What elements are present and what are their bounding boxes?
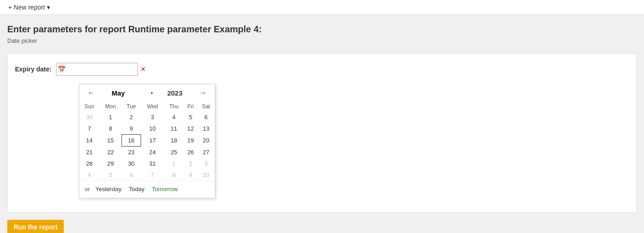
run-report-button[interactable]: Run the report <box>7 220 64 233</box>
day-of-week-header: Sat <box>198 101 215 111</box>
calendar-day-cell: 7 <box>141 169 164 181</box>
calendar-grid: SunMonTueWedThuFriSat 301234567891011121… <box>79 101 215 181</box>
calendar-day-cell: 5 <box>100 169 122 181</box>
calendar-day-cell: 4 <box>79 169 100 181</box>
calendar-day-cell: 6 <box>122 169 141 181</box>
calendar-icon-button[interactable]: 📅 <box>57 65 66 74</box>
calendar-day-cell[interactable]: 29 <box>100 158 122 169</box>
day-of-week-header: Fri <box>184 101 198 111</box>
calendar-day-cell[interactable]: 16 <box>122 135 141 147</box>
date-input-field[interactable] <box>56 63 138 76</box>
calendar-day-cell[interactable]: 2 <box>122 111 141 123</box>
calendar-day-cell[interactable]: 23 <box>122 147 141 158</box>
calendar-day-cell[interactable]: 11 <box>164 123 184 135</box>
calendar-week-row: 30123456 <box>79 111 215 123</box>
calendar-week-row: 14151617181920 <box>79 135 215 147</box>
calendar-day-cell: 2 <box>184 158 198 169</box>
calendar-day-cell[interactable]: 7 <box>79 123 100 135</box>
calendar-day-cell: 8 <box>164 169 184 181</box>
calendar-dropdown: ← January February March April May June … <box>79 84 215 198</box>
day-of-week-header: Tue <box>122 101 141 111</box>
calendar-day-cell[interactable]: 1 <box>100 111 122 123</box>
day-of-week-header: Wed <box>141 101 164 111</box>
calendar-dropdown-container: ← January February March April May June … <box>79 83 629 198</box>
calendar-body: 3012345678910111213141516171819202122232… <box>79 111 215 181</box>
calendar-day-cell: 9 <box>184 169 198 181</box>
calendar-week-row: 45678910 <box>79 169 215 181</box>
calendar-day-cell[interactable]: 15 <box>100 135 122 147</box>
day-of-week-header: Mon <box>100 101 122 111</box>
calendar-day-cell[interactable]: 18 <box>164 135 184 147</box>
calendar-day-cell[interactable]: 30 <box>122 158 141 169</box>
calendar-day-cell[interactable]: 3 <box>141 111 164 123</box>
days-of-week-row: SunMonTueWedThuFriSat <box>79 101 215 111</box>
calendar-day-cell[interactable]: 8 <box>100 123 122 135</box>
footer-or-text: or <box>85 186 90 192</box>
calendar-day-cell[interactable]: 17 <box>141 135 164 147</box>
input-section: Expiry date: 📅 × ← <box>15 63 629 198</box>
calendar-day-cell[interactable]: 9 <box>122 123 141 135</box>
calendar-day-cell: 3 <box>198 158 215 169</box>
page-title: Enter parameters for report Runtime para… <box>7 24 637 35</box>
calendar-day-cell[interactable]: 5 <box>184 111 198 123</box>
month-select[interactable]: January February March April May June Ju… <box>112 89 153 97</box>
calendar-day-cell[interactable]: 6 <box>198 111 215 123</box>
calendar-day-cell[interactable]: 10 <box>141 123 164 135</box>
next-month-button[interactable]: → <box>197 88 209 98</box>
calendar-day-cell: 1 <box>164 158 184 169</box>
calendar-day-cell[interactable]: 31 <box>141 158 164 169</box>
calendar-day-cell[interactable]: 19 <box>184 135 198 147</box>
calendar-day-cell[interactable]: 24 <box>141 147 164 158</box>
month-selector-wrapper: January February March April May June Ju… <box>112 89 153 97</box>
new-report-button[interactable]: + New report ▾ <box>5 2 53 13</box>
calendar-footer: or Yesterday Today Tomorrow <box>79 181 215 198</box>
clear-date-button[interactable]: × <box>140 65 147 73</box>
calendar-header: ← January February March April May June … <box>79 84 215 101</box>
calendar-day-cell[interactable]: 25 <box>164 147 184 158</box>
yesterday-button[interactable]: Yesterday <box>94 185 123 193</box>
new-report-dropdown-arrow: ▾ <box>47 4 50 11</box>
calendar-day-cell[interactable]: 4 <box>164 111 184 123</box>
tomorrow-button[interactable]: Tomorrow <box>150 185 180 193</box>
calendar-day-cell[interactable]: 28 <box>79 158 100 169</box>
calendar-day-cell: 30 <box>79 111 100 123</box>
new-report-label: + New report <box>8 4 45 11</box>
calendar-day-cell[interactable]: 13 <box>198 123 215 135</box>
calendar-week-row: 21222324252627 <box>79 147 215 158</box>
prev-month-button[interactable]: ← <box>85 88 97 98</box>
calendar-day-cell[interactable]: 22 <box>100 147 122 158</box>
calendar-icon: 📅 <box>58 66 66 73</box>
calendar-day-cell[interactable]: 12 <box>184 123 198 135</box>
top-bar: + New report ▾ <box>0 0 644 15</box>
calendar-day-cell[interactable]: 20 <box>198 135 215 147</box>
day-of-week-header: Thu <box>164 101 184 111</box>
calendar-week-row: 78910111213 <box>79 123 215 135</box>
calendar-day-cell: 10 <box>198 169 215 181</box>
expiry-label: Expiry date: <box>15 66 51 73</box>
form-area: Expiry date: 📅 × ← <box>7 53 637 213</box>
expiry-date-row: Expiry date: 📅 × <box>15 63 629 76</box>
today-button[interactable]: Today <box>127 185 147 193</box>
page-content: Enter parameters for report Runtime para… <box>0 15 644 233</box>
day-of-week-header: Sun <box>79 101 100 111</box>
calendar-day-cell[interactable]: 14 <box>79 135 100 147</box>
date-input-wrapper: 📅 × <box>56 63 147 76</box>
calendar-year: 2023 <box>167 89 182 97</box>
calendar-day-cell[interactable]: 27 <box>198 147 215 158</box>
page-subtitle: Date picker <box>7 37 637 44</box>
calendar-day-cell[interactable]: 26 <box>184 147 198 158</box>
calendar-day-cell[interactable]: 21 <box>79 147 100 158</box>
calendar-week-row: 28293031123 <box>79 158 215 169</box>
